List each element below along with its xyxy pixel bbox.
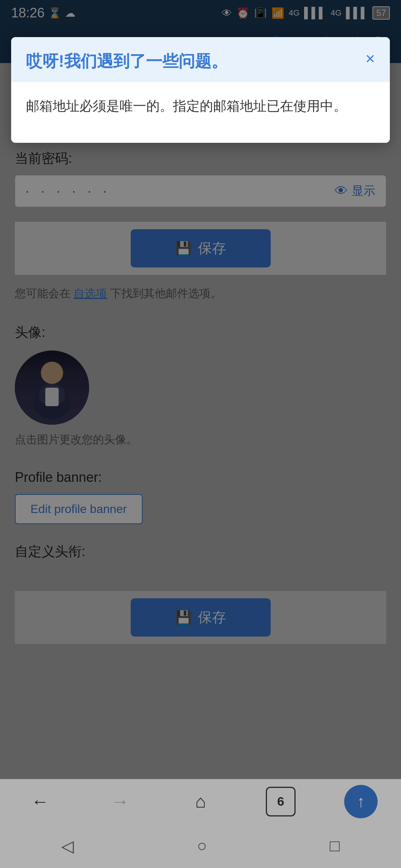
dialog-title: 哎呀!我们遇到了一些问题。 xyxy=(26,50,358,72)
dialog-header: 哎呀!我们遇到了一些问题。 × xyxy=(11,37,390,82)
dialog-close-button[interactable]: × xyxy=(365,50,375,67)
error-dialog: 哎呀!我们遇到了一些问题。 × 邮箱地址必须是唯一的。指定的邮箱地址已在使用中。 xyxy=(11,37,390,143)
dialog-message: 邮箱地址必须是唯一的。指定的邮箱地址已在使用中。 xyxy=(26,95,375,117)
dialog-body: 邮箱地址必须是唯一的。指定的邮箱地址已在使用中。 xyxy=(11,82,390,143)
